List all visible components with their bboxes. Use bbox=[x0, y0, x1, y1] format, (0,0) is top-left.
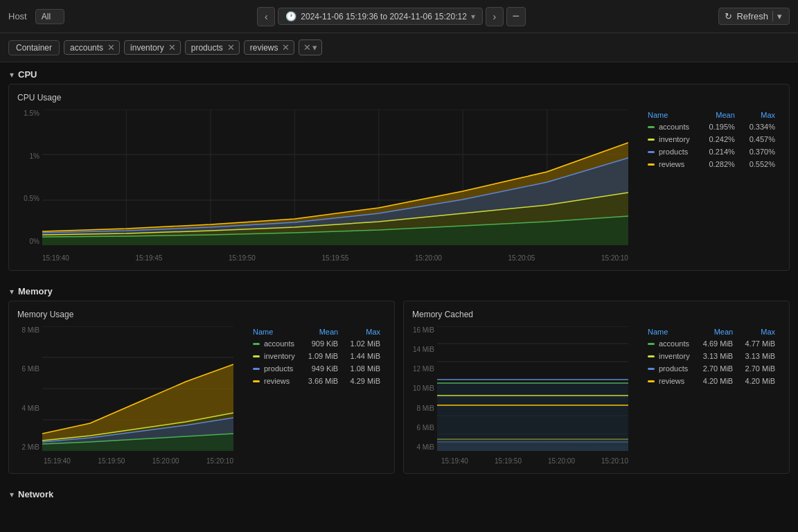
mem-usage-y-axis: 8 MiB 6 MiB 4 MiB 2 MiB bbox=[17, 326, 42, 451]
filter-bar: Container accounts ✕ inventory ✕ product… bbox=[0, 33, 798, 62]
legend-mean-cell: 949 KiB bbox=[301, 362, 344, 375]
legend-dot-icon bbox=[253, 343, 260, 345]
legend-mean-cell: 0.242% bbox=[700, 133, 741, 145]
network-section-header[interactable]: ▾ Network bbox=[0, 482, 798, 504]
legend-max-cell: 1.08 MiB bbox=[344, 362, 386, 375]
toolbar-center: ‹ 🕐 2024-11-06 15:19:36 to 2024-11-06 15… bbox=[257, 7, 526, 26]
next-arrow[interactable]: › bbox=[486, 7, 504, 26]
tag-inventory-text: inventory bbox=[130, 43, 164, 53]
cpu-section-title: CPU bbox=[18, 69, 37, 80]
refresh-button[interactable]: ↻ Refresh ▾ bbox=[718, 8, 790, 25]
legend-max-cell: 4.20 MiB bbox=[738, 375, 781, 387]
table-row: products 949 KiB 1.08 MiB bbox=[247, 362, 386, 375]
mc-y-14: 14 MiB bbox=[413, 346, 437, 353]
legend-dot-icon bbox=[648, 343, 655, 345]
chevron-down-icon: ▾ bbox=[471, 12, 475, 21]
cpu-x-2: 15:19:45 bbox=[136, 254, 163, 262]
legend-max-cell: 4.77 MiB bbox=[738, 337, 781, 350]
legend-dot-icon bbox=[648, 380, 655, 382]
clock-icon: 🕐 bbox=[285, 11, 296, 21]
mc-legend-max-header: Max bbox=[738, 326, 781, 337]
mem-usage-svg-wrap bbox=[42, 326, 233, 451]
mc-x-4: 15:20:10 bbox=[601, 457, 628, 465]
mu-x-3: 15:20:00 bbox=[152, 457, 179, 465]
tag-accounts-close[interactable]: ✕ bbox=[107, 42, 115, 53]
memory-section-title: Memory bbox=[18, 286, 53, 296]
legend-mean-cell: 2.70 MiB bbox=[696, 362, 738, 375]
time-range-text: 2024-11-06 15:19:36 to 2024-11-06 15:20:… bbox=[301, 12, 467, 21]
zoom-out-button[interactable]: − bbox=[506, 7, 526, 26]
mc-y-4: 4 MiB bbox=[416, 443, 437, 451]
mem-cached-y-axis: 16 MiB 14 MiB 12 MiB 10 MiB 8 MiB 6 MiB … bbox=[412, 326, 437, 451]
svg-marker-35 bbox=[437, 383, 628, 451]
network-chevron-icon: ▾ bbox=[10, 490, 14, 499]
memory-two-col: Memory Usage 8 MiB 6 MiB 4 MiB 2 MiB bbox=[8, 301, 790, 474]
mc-y-16: 16 MiB bbox=[413, 326, 437, 334]
memory-usage-panel: Memory Usage 8 MiB 6 MiB 4 MiB 2 MiB bbox=[8, 301, 395, 474]
mu-legend-max-header: Max bbox=[344, 326, 386, 337]
refresh-caret[interactable]: ▾ bbox=[772, 11, 782, 21]
toolbar-right: ↻ Refresh ▾ bbox=[718, 8, 790, 25]
memory-cached-chart-with-legend: 16 MiB 14 MiB 12 MiB 10 MiB 8 MiB 6 MiB … bbox=[412, 326, 781, 465]
memory-section-header[interactable]: ▾ Memory bbox=[0, 279, 798, 301]
legend-dot-icon bbox=[648, 151, 655, 153]
tag-inventory-close[interactable]: ✕ bbox=[168, 42, 176, 53]
mem-y-4: 4 MiB bbox=[21, 405, 42, 412]
time-range-button[interactable]: 🕐 2024-11-06 15:19:36 to 2024-11-06 15:2… bbox=[278, 8, 483, 25]
mc-x-1: 15:19:40 bbox=[441, 457, 468, 465]
legend-dot-icon bbox=[253, 355, 260, 357]
legend-dot-icon bbox=[253, 368, 260, 370]
cpu-x-axis: 15:19:40 15:19:45 15:19:50 15:19:55 15:2… bbox=[42, 254, 628, 262]
filter-tag-reviews: reviews ✕ bbox=[244, 40, 295, 55]
table-row: accounts 0.195% 0.334% bbox=[642, 121, 781, 133]
legend-name-text: reviews bbox=[659, 160, 684, 168]
prev-arrow[interactable]: ‹ bbox=[257, 7, 275, 26]
table-row: products 2.70 MiB 2.70 MiB bbox=[642, 362, 781, 375]
legend-name-text: inventory bbox=[659, 135, 690, 143]
cpu-x-6: 15:20:05 bbox=[508, 254, 535, 262]
cpu-usage-panel: CPU Usage 1.5% 1% 0.5% 0% bbox=[8, 84, 790, 271]
mc-legend-mean-header: Mean bbox=[696, 326, 738, 337]
cpu-legend-name-header: Name bbox=[642, 109, 700, 121]
legend-mean-cell: 4.20 MiB bbox=[696, 375, 738, 387]
mem-usage-legend: Name Mean Max accounts 909 KiB 1.02 MiB … bbox=[233, 326, 386, 465]
legend-dot-icon bbox=[648, 139, 655, 141]
cpu-y-0: 0% bbox=[30, 238, 42, 245]
tag-products-text: products bbox=[191, 43, 223, 53]
table-row: reviews 4.20 MiB 4.20 MiB bbox=[642, 375, 781, 387]
mem-usage-x-axis: 15:19:40 15:19:50 15:20:00 15:20:10 bbox=[44, 457, 233, 465]
tag-reviews-close[interactable]: ✕ bbox=[282, 42, 290, 53]
close-all-icon: ✕ bbox=[303, 42, 311, 53]
legend-name-cell: products bbox=[642, 362, 696, 375]
legend-max-cell: 4.29 MiB bbox=[344, 375, 386, 387]
legend-dot-icon bbox=[648, 163, 655, 166]
cpu-legend: Name Mean Max accounts 0.195% 0.334% inv… bbox=[628, 109, 781, 262]
tag-accounts-text: accounts bbox=[70, 43, 103, 53]
legend-max-cell: 0.334% bbox=[741, 121, 781, 133]
memory-usage-title: Memory Usage bbox=[17, 310, 386, 319]
cpu-section-header[interactable]: ▾ CPU bbox=[0, 62, 798, 84]
mc-y-6: 6 MiB bbox=[416, 424, 437, 432]
filter-more-button[interactable]: ✕ ▾ bbox=[299, 39, 322, 55]
cpu-chart-area: 1.5% 1% 0.5% 0% bbox=[17, 109, 628, 262]
cpu-chevron-icon: ▾ bbox=[10, 70, 14, 80]
mu-legend-name-header: Name bbox=[247, 326, 301, 337]
toolbar: Host All ‹ 🕐 2024-11-06 15:19:36 to 2024… bbox=[0, 0, 798, 33]
legend-name-text: products bbox=[264, 364, 293, 373]
legend-dot-icon bbox=[648, 368, 655, 370]
tag-products-close[interactable]: ✕ bbox=[227, 42, 235, 53]
table-row: reviews 3.66 MiB 4.29 MiB bbox=[247, 375, 386, 387]
host-select[interactable]: All bbox=[35, 9, 64, 24]
legend-name-text: inventory bbox=[264, 352, 295, 360]
mc-x-3: 15:20:00 bbox=[548, 457, 575, 465]
legend-mean-cell: 4.69 MiB bbox=[696, 337, 738, 350]
legend-name-cell: reviews bbox=[247, 375, 301, 387]
legend-mean-cell: 0.195% bbox=[700, 121, 741, 133]
legend-mean-cell: 3.13 MiB bbox=[696, 350, 738, 362]
mc-y-12: 12 MiB bbox=[413, 365, 437, 373]
legend-name-cell: accounts bbox=[247, 337, 301, 350]
table-row: accounts 909 KiB 1.02 MiB bbox=[247, 337, 386, 350]
table-row: products 0.214% 0.370% bbox=[642, 145, 781, 158]
mem-usage-svg bbox=[42, 326, 233, 451]
cpu-x-7: 15:20:10 bbox=[601, 254, 628, 262]
